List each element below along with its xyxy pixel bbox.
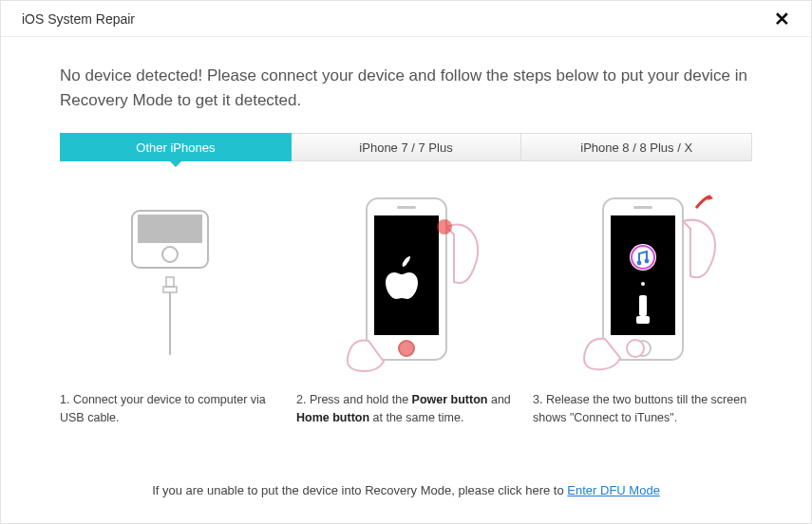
step-1: 1. Connect your device to computer via U… xyxy=(60,184,279,428)
step-2-bold-home: Home button xyxy=(296,411,369,424)
content-area: No device detected! Please connect your … xyxy=(1,37,811,428)
close-icon[interactable]: ✕ xyxy=(768,6,796,32)
step-2-bold-power: Power button xyxy=(412,393,488,406)
press-hold-icon xyxy=(312,189,501,379)
tab-iphone-7[interactable]: iPhone 7 / 7 Plus xyxy=(292,133,522,161)
svg-rect-9 xyxy=(397,206,416,209)
titlebar: iOS System Repair ✕ xyxy=(1,1,811,37)
svg-point-18 xyxy=(641,282,645,286)
step-1-caption: 1. Connect your device to computer via U… xyxy=(60,391,279,428)
svg-point-23 xyxy=(627,340,644,357)
tab-iphone-8-x[interactable]: iPhone 8 / 8 Plus / X xyxy=(521,133,752,161)
step-3-illustration xyxy=(533,184,752,384)
device-tabs: Other iPhones iPhone 7 / 7 Plus iPhone 8… xyxy=(60,133,752,161)
svg-rect-20 xyxy=(636,316,650,324)
svg-rect-19 xyxy=(639,295,647,316)
instruction-text: No device detected! Please connect your … xyxy=(60,64,752,112)
app-window: iOS System Repair ✕ No device detected! … xyxy=(0,0,812,524)
step-3: 3. Release the two buttons till the scre… xyxy=(533,184,752,428)
svg-point-10 xyxy=(437,219,452,234)
step-2: 2. Press and hold the Power button and H… xyxy=(296,184,516,428)
step-2-caption: 2. Press and hold the Power button and H… xyxy=(296,391,516,428)
phone-cable-icon xyxy=(104,203,236,365)
release-itunes-icon xyxy=(548,189,738,379)
step-3-caption: 3. Release the two buttons till the scre… xyxy=(533,391,752,428)
step-2-text-b: and xyxy=(487,393,510,406)
window-title: iOS System Repair xyxy=(22,11,135,27)
step-2-text-a: 2. Press and hold the xyxy=(296,393,412,406)
steps-row: 1. Connect your device to computer via U… xyxy=(60,184,752,428)
svg-point-14 xyxy=(630,244,656,271)
svg-point-17 xyxy=(644,259,649,264)
svg-point-2 xyxy=(162,247,178,262)
footer-text: If you are unable to put the device into… xyxy=(152,483,567,497)
svg-rect-1 xyxy=(138,215,202,243)
svg-rect-4 xyxy=(163,287,177,292)
svg-rect-22 xyxy=(633,206,652,209)
step-2-text-c: at the same time. xyxy=(369,411,463,424)
tab-other-iphones[interactable]: Other iPhones xyxy=(60,133,292,161)
svg-rect-3 xyxy=(166,277,174,287)
svg-point-11 xyxy=(398,340,415,357)
step-2-illustration xyxy=(296,184,516,384)
enter-dfu-link[interactable]: Enter DFU Mode xyxy=(567,483,660,497)
step-1-illustration xyxy=(60,184,279,384)
svg-point-16 xyxy=(636,261,641,266)
footer: If you are unable to put the device into… xyxy=(0,483,812,497)
